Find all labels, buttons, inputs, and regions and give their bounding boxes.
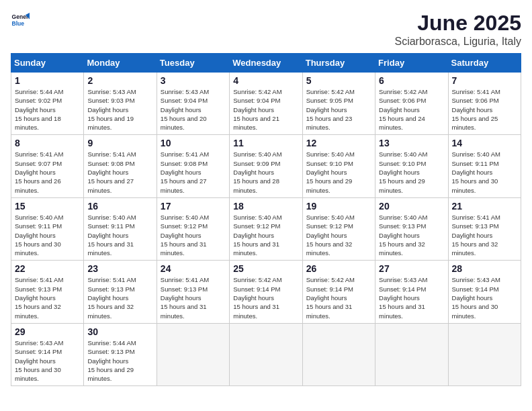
sunrise-label: Sunrise: 5:41 AM — [452, 88, 500, 95]
sunrise-label: Sunrise: 5:44 AM — [15, 88, 63, 95]
sunrise-label: Sunrise: 5:42 AM — [306, 88, 355, 95]
sunrise-label: Sunrise: 5:43 AM — [161, 88, 209, 95]
daylight-label: Daylight hours — [306, 106, 347, 113]
day-number: 20 — [379, 201, 444, 212]
calendar-day-cell: 17 Sunrise: 5:40 AM Sunset: 9:12 PM Dayl… — [157, 197, 229, 260]
sunrise-label: Sunrise: 5:44 AM — [87, 339, 136, 347]
sunset-label: Sunset: 9:11 PM — [87, 222, 134, 230]
daylight-label: Daylight hours — [379, 232, 420, 239]
calendar-day-cell — [375, 323, 448, 385]
day-info: Sunrise: 5:40 AM Sunset: 9:10 PM Dayligh… — [379, 150, 444, 194]
daylight-label: Daylight hours — [233, 232, 274, 239]
day-info: Sunrise: 5:40 AM Sunset: 9:13 PM Dayligh… — [379, 213, 444, 257]
day-info: Sunrise: 5:43 AM Sunset: 9:14 PM Dayligh… — [15, 338, 80, 383]
day-number: 29 — [15, 326, 80, 337]
daylight-label: Daylight hours — [15, 294, 56, 302]
day-number: 22 — [15, 263, 80, 274]
daylight-label: Daylight hours — [233, 106, 274, 113]
day-info: Sunrise: 5:43 AM Sunset: 9:14 PM Dayligh… — [379, 275, 444, 320]
daylight-value: 15 hours and 27 minutes. — [161, 177, 207, 193]
calendar-day-cell: 2 Sunrise: 5:43 AM Sunset: 9:03 PM Dayli… — [84, 73, 157, 135]
day-info: Sunrise: 5:41 AM Sunset: 9:06 PM Dayligh… — [452, 87, 517, 132]
calendar-day-cell — [157, 323, 229, 385]
day-number: 8 — [15, 138, 80, 148]
sunrise-label: Sunrise: 5:40 AM — [379, 150, 427, 158]
sunrise-label: Sunrise: 5:40 AM — [233, 150, 281, 158]
day-number: 25 — [233, 263, 298, 274]
weekday-header-row: Sunday Monday Tuesday Wednesday Thursday… — [11, 54, 521, 73]
calendar-day-cell: 16 Sunrise: 5:40 AM Sunset: 9:11 PM Dayl… — [84, 197, 157, 260]
calendar-day-cell: 19 Sunrise: 5:40 AM Sunset: 9:12 PM Dayl… — [302, 197, 375, 260]
calendar-day-cell: 3 Sunrise: 5:43 AM Sunset: 9:04 PM Dayli… — [157, 73, 229, 135]
calendar-day-cell: 15 Sunrise: 5:40 AM Sunset: 9:11 PM Dayl… — [11, 197, 84, 260]
daylight-label: Daylight hours — [379, 106, 420, 113]
day-info: Sunrise: 5:42 AM Sunset: 9:06 PM Dayligh… — [379, 87, 444, 132]
calendar-subtitle: Sciarborasca, Liguria, Italy — [394, 36, 521, 48]
calendar-day-cell: 24 Sunrise: 5:41 AM Sunset: 9:13 PM Dayl… — [157, 261, 229, 323]
sunset-label: Sunset: 9:14 PM — [15, 348, 62, 355]
day-number: 11 — [233, 138, 298, 148]
daylight-label: Daylight hours — [15, 357, 56, 365]
calendar-day-cell: 27 Sunrise: 5:43 AM Sunset: 9:14 PM Dayl… — [375, 261, 448, 323]
calendar-day-cell: 6 Sunrise: 5:42 AM Sunset: 9:06 PM Dayli… — [375, 73, 448, 135]
sunset-label: Sunset: 9:05 PM — [306, 97, 353, 104]
calendar-day-cell — [302, 323, 375, 385]
col-thursday: Thursday — [302, 54, 375, 73]
day-number: 12 — [306, 138, 371, 148]
day-info: Sunrise: 5:42 AM Sunset: 9:14 PM Dayligh… — [233, 275, 298, 320]
day-number: 19 — [306, 201, 371, 212]
sunset-label: Sunset: 9:14 PM — [379, 285, 426, 293]
day-info: Sunrise: 5:42 AM Sunset: 9:14 PM Dayligh… — [306, 275, 371, 320]
calendar-day-cell: 9 Sunrise: 5:41 AM Sunset: 9:08 PM Dayli… — [84, 135, 157, 197]
daylight-value: 15 hours and 31 minutes. — [379, 303, 425, 319]
day-number: 17 — [161, 201, 226, 212]
calendar-week-row: 8 Sunrise: 5:41 AM Sunset: 9:07 PM Dayli… — [11, 135, 521, 197]
daylight-value: 15 hours and 28 minutes. — [233, 177, 279, 193]
daylight-value: 15 hours and 30 minutes. — [15, 240, 61, 257]
daylight-value: 15 hours and 20 minutes. — [161, 115, 207, 131]
sunrise-label: Sunrise: 5:42 AM — [306, 276, 355, 283]
day-info: Sunrise: 5:40 AM Sunset: 9:11 PM Dayligh… — [452, 150, 517, 194]
daylight-label: Daylight hours — [15, 106, 56, 113]
daylight-value: 15 hours and 29 minutes. — [87, 366, 134, 382]
day-info: Sunrise: 5:44 AM Sunset: 9:02 PM Dayligh… — [15, 87, 80, 132]
day-info: Sunrise: 5:41 AM Sunset: 9:08 PM Dayligh… — [161, 150, 226, 194]
sunrise-label: Sunrise: 5:41 AM — [15, 150, 63, 158]
daylight-value: 15 hours and 30 minutes. — [452, 303, 498, 319]
day-info: Sunrise: 5:43 AM Sunset: 9:14 PM Dayligh… — [452, 275, 517, 320]
sunset-label: Sunset: 9:12 PM — [161, 222, 208, 230]
daylight-value: 15 hours and 31 minutes. — [87, 240, 134, 257]
day-number: 14 — [452, 138, 517, 148]
daylight-label: Daylight hours — [452, 169, 493, 176]
daylight-label: Daylight hours — [306, 232, 347, 239]
day-info: Sunrise: 5:42 AM Sunset: 9:04 PM Dayligh… — [233, 87, 298, 132]
sunset-label: Sunset: 9:14 PM — [306, 285, 353, 293]
daylight-value: 15 hours and 31 minutes. — [161, 303, 207, 319]
day-info: Sunrise: 5:41 AM Sunset: 9:13 PM Dayligh… — [161, 275, 226, 320]
sunrise-label: Sunrise: 5:40 AM — [233, 214, 281, 221]
sunrise-label: Sunrise: 5:43 AM — [452, 276, 500, 283]
sunrise-label: Sunrise: 5:40 AM — [306, 214, 355, 221]
sunset-label: Sunset: 9:03 PM — [87, 97, 134, 104]
sunrise-label: Sunrise: 5:43 AM — [379, 276, 427, 283]
daylight-label: Daylight hours — [161, 232, 202, 239]
sunset-label: Sunset: 9:11 PM — [15, 222, 62, 230]
day-number: 28 — [452, 263, 517, 274]
daylight-value: 15 hours and 31 minutes. — [306, 303, 353, 319]
sunset-label: Sunset: 9:04 PM — [161, 97, 208, 104]
day-number: 6 — [379, 75, 444, 86]
daylight-label: Daylight hours — [87, 357, 128, 365]
day-number: 13 — [379, 138, 444, 148]
header: General Blue June 2025 Sciarborasca, Lig… — [11, 11, 521, 48]
day-number: 26 — [306, 263, 371, 274]
daylight-value: 15 hours and 32 minutes. — [452, 240, 498, 257]
day-number: 24 — [161, 263, 226, 274]
sunrise-label: Sunrise: 5:42 AM — [379, 88, 427, 95]
sunset-label: Sunset: 9:06 PM — [379, 97, 426, 104]
sunset-label: Sunset: 9:13 PM — [379, 222, 426, 230]
calendar-week-row: 1 Sunrise: 5:44 AM Sunset: 9:02 PM Dayli… — [11, 73, 521, 135]
calendar-day-cell: 28 Sunrise: 5:43 AM Sunset: 9:14 PM Dayl… — [448, 261, 521, 323]
daylight-label: Daylight hours — [306, 169, 347, 176]
page-container: General Blue June 2025 Sciarborasca, Lig… — [11, 11, 521, 386]
sunrise-label: Sunrise: 5:40 AM — [15, 214, 63, 221]
